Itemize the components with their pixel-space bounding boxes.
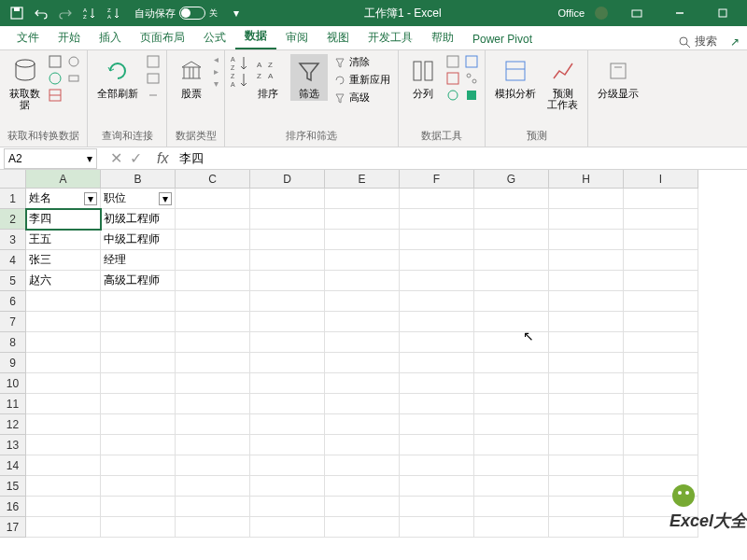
tab-home[interactable]: 开始: [49, 26, 90, 49]
cell[interactable]: [26, 476, 101, 497]
row-header[interactable]: 14: [0, 455, 26, 476]
sort-za-icon[interactable]: ZA: [231, 71, 246, 86]
tab-powerpivot[interactable]: Power Pivot: [463, 29, 542, 49]
tab-review[interactable]: 审阅: [276, 26, 317, 49]
cell[interactable]: [549, 332, 624, 353]
cell[interactable]: [250, 435, 325, 455]
cell[interactable]: [101, 414, 176, 435]
cell[interactable]: [176, 271, 250, 291]
formula-input[interactable]: [174, 151, 747, 165]
cell[interactable]: [176, 353, 250, 373]
cell[interactable]: [250, 312, 325, 332]
row-header[interactable]: 11: [0, 394, 26, 414]
select-all-corner[interactable]: [0, 170, 26, 189]
tab-developer[interactable]: 开发工具: [359, 26, 422, 49]
cell[interactable]: [250, 189, 325, 209]
row-header[interactable]: 4: [0, 250, 26, 271]
cell[interactable]: [250, 455, 325, 476]
cell[interactable]: [26, 435, 101, 455]
cell[interactable]: 经理: [101, 250, 176, 271]
cell[interactable]: [624, 250, 698, 271]
cell[interactable]: [325, 476, 400, 497]
column-header[interactable]: D: [250, 170, 325, 189]
cell[interactable]: [101, 394, 176, 414]
cell[interactable]: [250, 497, 325, 517]
cell[interactable]: [400, 414, 474, 435]
cell[interactable]: [474, 332, 549, 353]
properties-icon[interactable]: [146, 71, 161, 86]
cell[interactable]: [400, 353, 474, 373]
cancel-icon[interactable]: ✕: [110, 149, 122, 167]
remove-dup-icon[interactable]: [445, 71, 460, 86]
ribbon-options-icon[interactable]: [618, 0, 655, 26]
cell[interactable]: [325, 455, 400, 476]
cell[interactable]: [624, 312, 698, 332]
chevron-right-icon[interactable]: ▸: [214, 66, 218, 77]
tab-formulas[interactable]: 公式: [194, 26, 235, 49]
outline-button[interactable]: 分级显示: [594, 54, 642, 101]
from-web-icon[interactable]: [48, 71, 63, 86]
recent-icon[interactable]: [66, 54, 81, 69]
data-model-icon[interactable]: [464, 88, 479, 103]
cell[interactable]: [26, 414, 101, 435]
cell[interactable]: [101, 332, 176, 353]
cell[interactable]: [400, 332, 474, 353]
cell[interactable]: [400, 209, 474, 230]
cell[interactable]: [26, 517, 101, 538]
cell[interactable]: [101, 476, 176, 497]
cell[interactable]: [176, 373, 250, 394]
fx-icon[interactable]: fx: [157, 150, 168, 167]
column-header[interactable]: B: [101, 170, 176, 189]
cell[interactable]: 赵六: [26, 271, 101, 291]
cell[interactable]: [26, 353, 101, 373]
consolidate-icon[interactable]: [464, 54, 479, 69]
cell[interactable]: [250, 373, 325, 394]
cell[interactable]: [176, 497, 250, 517]
cell[interactable]: [474, 209, 549, 230]
from-text-icon[interactable]: [48, 54, 63, 69]
cell[interactable]: [400, 517, 474, 538]
cell[interactable]: [250, 230, 325, 250]
filter-dropdown-icon[interactable]: ▾: [84, 192, 97, 205]
cell[interactable]: [624, 353, 698, 373]
cell[interactable]: [624, 455, 698, 476]
row-header[interactable]: 6: [0, 291, 26, 312]
cell[interactable]: [176, 230, 250, 250]
sort-desc-icon[interactable]: ZA: [105, 4, 123, 22]
cell[interactable]: [101, 291, 176, 312]
cell[interactable]: [101, 517, 176, 538]
chevron-left-icon[interactable]: ◂: [214, 54, 218, 64]
cell[interactable]: 高级工程师: [101, 271, 176, 291]
cell[interactable]: [325, 332, 400, 353]
row-header[interactable]: 13: [0, 435, 26, 455]
forecast-button[interactable]: 预测 工作表: [543, 54, 582, 112]
column-header[interactable]: G: [474, 170, 549, 189]
cell[interactable]: [325, 353, 400, 373]
cell[interactable]: [26, 312, 101, 332]
whatif-button[interactable]: 模拟分析: [491, 54, 540, 101]
row-header[interactable]: 16: [0, 497, 26, 517]
cell[interactable]: [549, 517, 624, 538]
cell[interactable]: [474, 394, 549, 414]
cell[interactable]: [250, 394, 325, 414]
cell[interactable]: [474, 312, 549, 332]
cell[interactable]: [400, 373, 474, 394]
cell[interactable]: [325, 394, 400, 414]
cell[interactable]: [176, 291, 250, 312]
cell[interactable]: [325, 435, 400, 455]
row-header[interactable]: 10: [0, 373, 26, 394]
column-header[interactable]: F: [400, 170, 474, 189]
cell[interactable]: [474, 435, 549, 455]
cell[interactable]: [549, 230, 624, 250]
search-label[interactable]: 搜索: [695, 34, 717, 49]
cell[interactable]: [325, 291, 400, 312]
cell[interactable]: [400, 455, 474, 476]
redo-icon[interactable]: [56, 4, 75, 22]
enter-icon[interactable]: ✓: [130, 149, 142, 167]
cell[interactable]: [176, 189, 250, 209]
cell[interactable]: [549, 435, 624, 455]
cell[interactable]: [549, 455, 624, 476]
cell[interactable]: [549, 209, 624, 230]
cell[interactable]: [474, 476, 549, 497]
cell[interactable]: 中级工程师: [101, 230, 176, 250]
